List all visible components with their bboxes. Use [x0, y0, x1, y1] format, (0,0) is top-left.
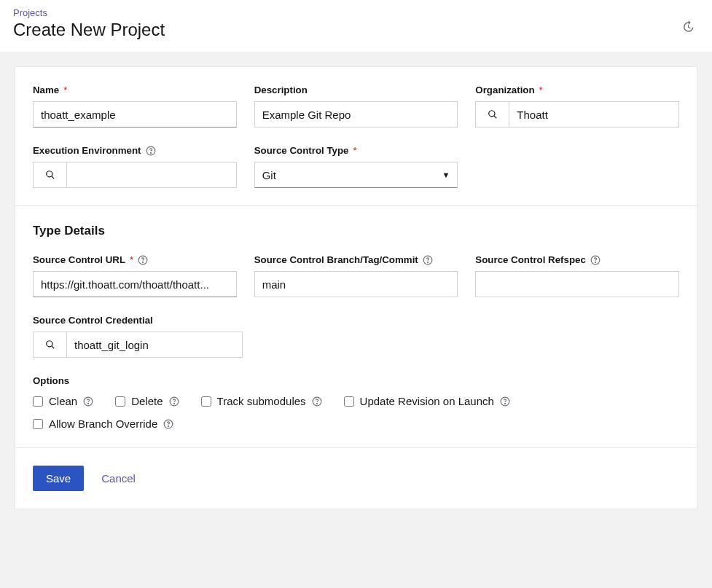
svg-point-5 [427, 262, 428, 262]
help-icon[interactable] [423, 255, 433, 265]
option-clean[interactable]: Clean [33, 395, 93, 407]
option-update-on-launch[interactable]: Update Revision on Launch [344, 395, 510, 407]
option-label: Update Revision on Launch [360, 395, 494, 407]
divider [15, 447, 697, 448]
option-allow-branch-override[interactable]: Allow Branch Override [33, 418, 679, 430]
svg-point-15 [504, 403, 505, 404]
name-input[interactable] [33, 101, 237, 128]
history-icon[interactable] [681, 20, 695, 36]
allow-branch-override-checkbox[interactable] [33, 419, 43, 429]
organization-value: Thoatt [509, 102, 678, 127]
options-title: Options [33, 375, 679, 386]
svg-point-9 [88, 403, 89, 404]
help-icon[interactable] [163, 419, 173, 429]
required-star: * [63, 85, 67, 95]
scm-type-value: Git [262, 169, 276, 181]
scm-url-input[interactable] [33, 271, 237, 297]
update-on-launch-checkbox[interactable] [344, 396, 354, 407]
cancel-button[interactable]: Cancel [101, 472, 136, 485]
search-icon[interactable] [34, 332, 67, 357]
required-star: * [539, 85, 543, 95]
organization-label: Organization * [475, 85, 679, 95]
svg-point-13 [316, 403, 317, 404]
scm-credential-value: thoatt_git_login [67, 332, 242, 357]
help-icon[interactable] [312, 396, 322, 407]
required-star: * [130, 254, 133, 265]
organization-lookup[interactable]: Thoatt [475, 101, 679, 128]
breadcrumb-projects[interactable]: Projects [13, 7, 699, 18]
description-input[interactable] [254, 101, 458, 128]
description-label: Description [254, 85, 458, 95]
clean-checkbox[interactable] [33, 396, 43, 407]
page-title: Create New Project [13, 20, 699, 40]
help-icon[interactable] [590, 255, 600, 265]
search-icon[interactable] [34, 162, 67, 187]
exec-env-label: Execution Environment [33, 145, 237, 156]
option-label: Clean [49, 395, 77, 407]
scm-type-label: Source Control Type * [254, 145, 458, 156]
svg-point-11 [173, 403, 174, 404]
option-delete[interactable]: Delete [115, 395, 179, 407]
svg-point-1 [150, 152, 151, 153]
help-icon[interactable] [500, 396, 510, 407]
scm-credential-label: Source Control Credential [33, 315, 243, 326]
scm-branch-label: Source Control Branch/Tag/Commit [254, 254, 458, 265]
scm-refspec-label: Source Control Refspec [475, 254, 679, 265]
type-details-title: Type Details [33, 224, 679, 238]
help-icon[interactable] [146, 146, 156, 156]
scm-refspec-input[interactable] [475, 271, 679, 297]
save-button[interactable]: Save [33, 466, 84, 491]
exec-env-lookup[interactable] [33, 162, 237, 188]
help-icon[interactable] [169, 396, 179, 407]
svg-point-17 [168, 426, 169, 426]
name-label: Name * [33, 85, 237, 95]
search-icon[interactable] [476, 102, 509, 127]
exec-env-value [67, 162, 236, 187]
divider [15, 205, 697, 206]
scm-url-label: Source Control URL * [33, 254, 237, 265]
delete-checkbox[interactable] [115, 396, 125, 407]
caret-down-icon: ▼ [442, 170, 450, 179]
option-label: Allow Branch Override [49, 418, 157, 430]
scm-branch-input[interactable] [254, 271, 458, 297]
help-icon[interactable] [83, 396, 93, 407]
svg-point-7 [595, 262, 595, 262]
options-row: Clean Delete Track submodules [33, 395, 679, 430]
svg-point-3 [143, 262, 144, 262]
option-label: Track submodules [217, 395, 306, 407]
required-star: * [353, 145, 356, 156]
track-submodules-checkbox[interactable] [201, 396, 211, 407]
option-track-submodules[interactable]: Track submodules [201, 395, 322, 407]
help-icon[interactable] [138, 255, 148, 265]
form-card: Name * Description Organization * Thoatt [15, 66, 697, 509]
scm-type-select[interactable]: Git ▼ [254, 162, 458, 188]
scm-credential-lookup[interactable]: thoatt_git_login [33, 332, 243, 358]
option-label: Delete [131, 395, 163, 407]
